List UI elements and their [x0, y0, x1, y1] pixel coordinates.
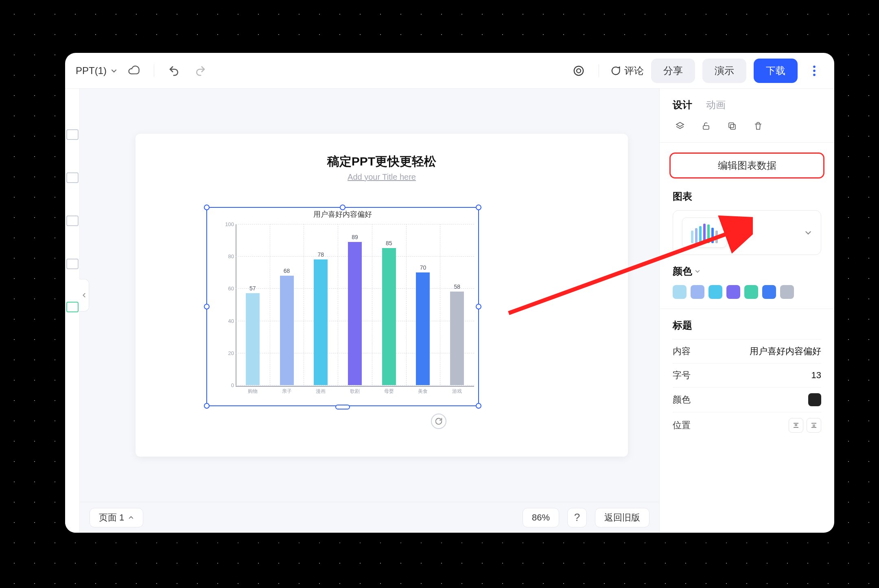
file-name-dropdown[interactable]: PPT(1) — [76, 65, 117, 76]
chart-object-selected[interactable]: 用户喜好内容偏好 020406080100 57687889857058 购物亲… — [206, 207, 479, 406]
panel-section-title: 标题 内容 用户喜好内容偏好 字号 13 颜色 位置 — [660, 319, 834, 448]
prop-row-position[interactable]: 位置 — [673, 412, 821, 438]
position-controls — [789, 418, 821, 433]
bar-value-label: 57 — [249, 285, 256, 292]
position-top-icon[interactable] — [789, 418, 803, 433]
x-tick-label: 漫画 — [304, 388, 338, 395]
slide[interactable]: 稿定PPT更快更轻松 Add your Title here 用户喜好内容偏好 — [136, 134, 628, 457]
panel-section-color: 颜色 — [660, 265, 834, 309]
x-tick-label: 游戏 — [440, 388, 474, 395]
rotate-handle[interactable] — [431, 414, 446, 429]
bar-value-label: 78 — [318, 251, 324, 258]
app-body: 稿定PPT更快更轻松 Add your Title here 用户喜好内容偏好 — [65, 89, 834, 533]
resize-handle[interactable] — [204, 304, 210, 309]
collapse-thumbnails-button[interactable] — [79, 279, 89, 311]
slide-thumbnail[interactable] — [66, 216, 79, 226]
undo-button[interactable] — [165, 61, 184, 80]
zoom-indicator[interactable]: 86% — [523, 508, 559, 527]
slide-thumbnail[interactable] — [66, 129, 79, 140]
title-section-label: 标题 — [673, 319, 821, 332]
svg-rect-7 — [729, 123, 734, 128]
edit-chart-data-button[interactable]: 编辑图表数据 — [669, 152, 824, 179]
resize-handle[interactable] — [335, 405, 350, 409]
chevron-left-icon — [81, 292, 87, 298]
x-tick-label: 母婴 — [372, 388, 406, 395]
tab-design[interactable]: 设计 — [673, 98, 692, 111]
download-button[interactable]: 下载 — [754, 59, 798, 83]
slide-thumbnail[interactable] — [66, 172, 79, 183]
svg-point-0 — [574, 66, 584, 75]
present-button[interactable]: 演示 — [702, 59, 746, 83]
fontsize-label: 字号 — [673, 369, 691, 381]
slide-thumbnail[interactable] — [66, 302, 79, 312]
prop-row-fontsize[interactable]: 字号 13 — [673, 363, 821, 387]
copy-icon[interactable] — [725, 119, 739, 133]
color-value-swatch — [808, 393, 821, 406]
more-menu-button[interactable] — [805, 59, 824, 83]
cloud-sync-icon[interactable] — [125, 61, 143, 80]
color-swatch[interactable] — [691, 285, 704, 299]
color-swatch[interactable] — [744, 285, 758, 299]
x-axis-line — [236, 386, 474, 387]
color-swatch[interactable] — [708, 285, 722, 299]
resize-handle[interactable] — [340, 205, 345, 210]
chart-bar: 68 — [280, 276, 294, 385]
resize-handle[interactable] — [204, 403, 210, 409]
bar-value-label: 70 — [420, 264, 426, 271]
tab-animation[interactable]: 动画 — [706, 98, 726, 111]
y-tick: 60 — [228, 285, 234, 292]
fontsize-value: 13 — [811, 370, 821, 381]
chart-bar: 78 — [314, 259, 328, 385]
resize-handle[interactable] — [204, 205, 210, 210]
slide-subtitle[interactable]: Add your Title here — [136, 172, 628, 182]
slide-title[interactable]: 稿定PPT更快更轻松 — [136, 153, 628, 170]
x-axis-labels: 购物亲子漫画歌剧母婴美食游戏 — [236, 388, 474, 395]
redo-button[interactable] — [191, 61, 210, 80]
chart-bar: 70 — [416, 272, 430, 385]
chevron-up-icon — [128, 515, 134, 520]
color-swatch[interactable] — [780, 285, 794, 299]
svg-point-1 — [577, 69, 581, 73]
comment-button[interactable]: 评论 — [610, 64, 644, 77]
target-icon[interactable] — [569, 61, 588, 80]
toolbar-divider — [154, 64, 154, 77]
x-tick-label: 亲子 — [270, 388, 304, 395]
layers-icon[interactable] — [673, 119, 687, 133]
prop-row-color[interactable]: 颜色 — [673, 387, 821, 412]
share-button[interactable]: 分享 — [651, 59, 695, 83]
chevron-down-icon — [805, 229, 812, 236]
color-swatch[interactable] — [762, 285, 776, 299]
y-axis: 020406080100 — [219, 224, 236, 385]
resize-handle[interactable] — [476, 304, 481, 309]
unlock-icon[interactable] — [699, 119, 713, 133]
position-bottom-icon[interactable] — [807, 418, 821, 433]
chart-plot: 020406080100 57687889857058 — [219, 224, 474, 385]
comment-label: 评论 — [624, 64, 644, 77]
color-swatch[interactable] — [673, 285, 687, 299]
chevron-down-icon — [695, 268, 700, 274]
canvas-viewport[interactable]: 稿定PPT更快更轻松 Add your Title here 用户喜好内容偏好 — [80, 89, 659, 502]
page-selector[interactable]: 页面 1 — [90, 508, 143, 527]
file-name-text: PPT(1) — [76, 65, 107, 76]
svg-point-2 — [813, 65, 816, 68]
chart-bar: 89 — [348, 242, 362, 385]
resize-handle[interactable] — [476, 403, 481, 409]
panel-tabs: 设计 动画 — [660, 89, 834, 119]
y-tick: 80 — [228, 253, 234, 259]
kebab-icon — [813, 65, 816, 77]
legacy-version-button[interactable]: 返回旧版 — [595, 508, 649, 527]
x-tick-label: 美食 — [406, 388, 440, 395]
color-section-label[interactable]: 颜色 — [673, 265, 821, 278]
delete-icon[interactable] — [751, 119, 765, 133]
content-label: 内容 — [673, 345, 691, 357]
chart-type-selector[interactable] — [673, 210, 821, 255]
color-swatch[interactable] — [726, 285, 740, 299]
top-toolbar: PPT(1) 评论 分享 演示 下载 — [65, 53, 834, 89]
slide-thumbnail[interactable] — [66, 259, 79, 269]
resize-handle[interactable] — [476, 205, 481, 210]
panel-section-chart: 图表 — [660, 190, 834, 265]
prop-row-content[interactable]: 内容 用户喜好内容偏好 — [673, 339, 821, 363]
svg-point-3 — [813, 70, 816, 72]
svg-point-4 — [813, 74, 816, 76]
help-button[interactable]: ? — [567, 508, 587, 527]
